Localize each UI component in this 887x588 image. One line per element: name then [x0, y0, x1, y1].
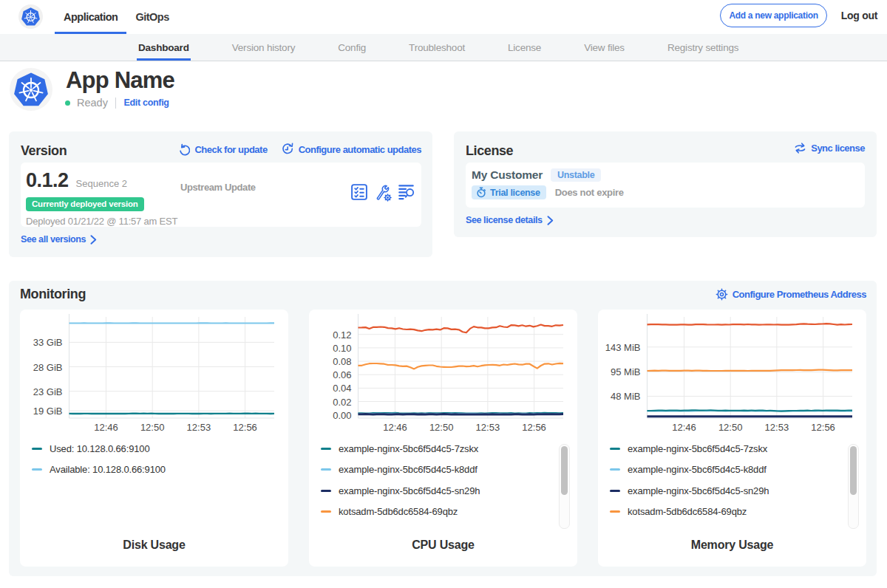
subnav-tab-license[interactable]: License [508, 34, 541, 61]
x-tick-label: 12:56 [811, 422, 835, 432]
y-tick-label: 143 MiB [605, 342, 641, 353]
legend-label: Available: 10.128.0.66:9100 [50, 464, 166, 475]
sync-license-link[interactable]: Sync license [794, 143, 865, 154]
preflight-checks-icon[interactable] [350, 182, 369, 202]
y-tick-label: 0.12 [333, 329, 351, 341]
configure-automatic-updates-link[interactable]: Configure automatic updates [281, 143, 421, 156]
license-card: License Sync license My Customer Unstabl… [454, 131, 877, 237]
legend-scrollbar[interactable] [848, 444, 859, 529]
legend-dash [610, 490, 620, 492]
see-license-details-link[interactable]: See license details [466, 215, 554, 226]
legend-label: kotsadm-5db6dc6584-69qbz [339, 506, 458, 517]
divider [115, 98, 117, 109]
monitoring-title: Monitoring [20, 287, 86, 302]
add-application-button[interactable]: Add a new application [720, 4, 826, 27]
logout-link[interactable]: Log out [841, 10, 877, 21]
subnav-tab-troubleshoot[interactable]: Troubleshoot [409, 34, 465, 61]
subnav-tab-registry-settings[interactable]: Registry settings [667, 34, 738, 61]
status-text: Ready [77, 97, 108, 109]
x-tick-label: 12:56 [522, 422, 546, 432]
subnav-tab-config[interactable]: Config [338, 34, 366, 61]
topbar-tab-application[interactable]: Application [55, 0, 126, 34]
series-line-unnamed [648, 324, 853, 325]
monitoring-section: Monitoring Configure Prometheus Address … [9, 281, 877, 576]
legend-dash [321, 448, 331, 450]
x-tick-label: 12:53 [765, 422, 789, 432]
legend-label: example-nginx-5bc6f5d4c5-sn29h [628, 485, 769, 496]
legend-scrollbar[interactable] [559, 444, 570, 529]
legend-dash [610, 510, 620, 513]
legend-scrollbar-thumb[interactable] [850, 446, 857, 495]
see-license-details-label: See license details [466, 215, 543, 226]
x-tick-label: 12:46 [94, 422, 118, 432]
y-tick-label: 95 MiB [611, 366, 640, 377]
legend-label: example-nginx-5bc6f5d4c5-sn29h [339, 485, 480, 496]
legend-item: example-nginx-5bc6f5d4c5-sn29h [610, 485, 866, 496]
app-title: App Name [66, 68, 174, 93]
y-tick-label: 0.10 [333, 343, 351, 354]
subnav-tab-version-history[interactable]: Version history [232, 34, 296, 61]
app-icon [10, 68, 52, 111]
check-for-update-link[interactable]: Check for update [177, 143, 267, 156]
subnav-tab-dashboard[interactable]: Dashboard [138, 34, 189, 61]
x-tick-label: 12:53 [187, 422, 211, 432]
legend-dash [32, 468, 42, 471]
refresh-icon [177, 143, 190, 156]
chart-legend: example-nginx-5bc6f5d4c5-7zskxexample-ng… [309, 443, 577, 530]
legend-item: example-nginx-5bc6f5d4c5-k8ddf [321, 465, 577, 475]
series-line-example-nginx-5bc6f5d4c5-7zskx [648, 410, 853, 411]
x-tick-label: 12:50 [429, 422, 454, 432]
license-card-title: License [466, 143, 513, 159]
configure-prometheus-link[interactable]: Configure Prometheus Address [716, 288, 866, 301]
gear-icon [716, 288, 728, 301]
app-subnav: DashboardVersion historyConfigTroublesho… [0, 34, 887, 61]
kubernetes-logo [18, 4, 43, 29]
chart-plot-1: 0.120.100.080.060.040.020.0012:4612:5012… [309, 310, 577, 432]
series-line-kotsadm-5db6dc6584-69qbz [648, 370, 853, 371]
legend-label: example-nginx-5bc6f5d4c5-k8ddf [628, 464, 767, 475]
current-version-box: 0.1.2 Sequence 2 Currently deployed vers… [21, 163, 421, 227]
legend-label: kotsadm-5db6dc6584-69qbz [628, 506, 747, 517]
stopwatch-icon [476, 187, 486, 198]
subnav-tab-view-files[interactable]: View files [584, 34, 625, 61]
x-tick-label: 12:53 [476, 422, 500, 432]
deployed-version-badge: Currently deployed version [26, 197, 144, 211]
legend-item: kotsadm-5db6dc6584-69qbz [321, 507, 577, 517]
sync-license-label: Sync license [811, 143, 865, 154]
x-tick-label: 12:46 [383, 422, 407, 432]
customer-name: My Customer [472, 168, 543, 182]
chart-title: Memory Usage [598, 539, 866, 552]
y-tick-label: 19 GiB [33, 406, 63, 417]
chart-title: Disk Usage [20, 539, 288, 552]
legend-item: example-nginx-5bc6f5d4c5-7zskx [610, 443, 866, 454]
legend-label: example-nginx-5bc6f5d4c5-k8ddf [339, 464, 478, 475]
chart-plot-2: 143 MiB95 MiB48 MiB12:4612:5012:5312:56 [598, 310, 866, 432]
legend-dash [610, 468, 620, 471]
series-line-unnamed [358, 325, 564, 333]
configure-automatic-updates-label: Configure automatic updates [299, 144, 421, 155]
license-type-badge: Trial license [472, 185, 546, 199]
version-sequence: Sequence 2 [76, 178, 127, 189]
x-tick-label: 12:50 [140, 422, 165, 432]
version-source-label: Upstream Update [180, 182, 256, 193]
release-notes-icon[interactable] [396, 182, 416, 201]
sync-arrows-icon [794, 143, 806, 154]
edit-config-link[interactable]: Edit config [123, 98, 169, 108]
license-type-label: Trial license [490, 188, 540, 198]
y-tick-label: 23 GiB [33, 386, 63, 397]
chart-legend: example-nginx-5bc6f5d4c5-7zskxexample-ng… [598, 443, 866, 530]
scheduled-update-icon [281, 143, 294, 156]
legend-scrollbar-thumb[interactable] [561, 446, 568, 495]
legend-item: kotsadm-5db6dc6584-69qbz [610, 507, 866, 517]
y-tick-label: 0.04 [333, 383, 351, 394]
y-tick-label: 28 GiB [33, 362, 63, 373]
see-all-versions-link[interactable]: See all versions [21, 234, 97, 245]
configure-prometheus-label: Configure Prometheus Address [733, 289, 866, 300]
legend-label: Used: 10.128.0.66:9100 [50, 443, 149, 454]
topbar-tab-gitops[interactable]: GitOps [126, 0, 177, 34]
chevron-right-icon [90, 235, 97, 245]
y-tick-label: 0.00 [333, 410, 351, 421]
edit-config-tools-icon[interactable] [373, 182, 392, 202]
topbar-tabs: ApplicationGitOps [55, 0, 178, 34]
deployed-timestamp: Deployed 01/21/22 @ 11:57 am EST [26, 216, 180, 227]
